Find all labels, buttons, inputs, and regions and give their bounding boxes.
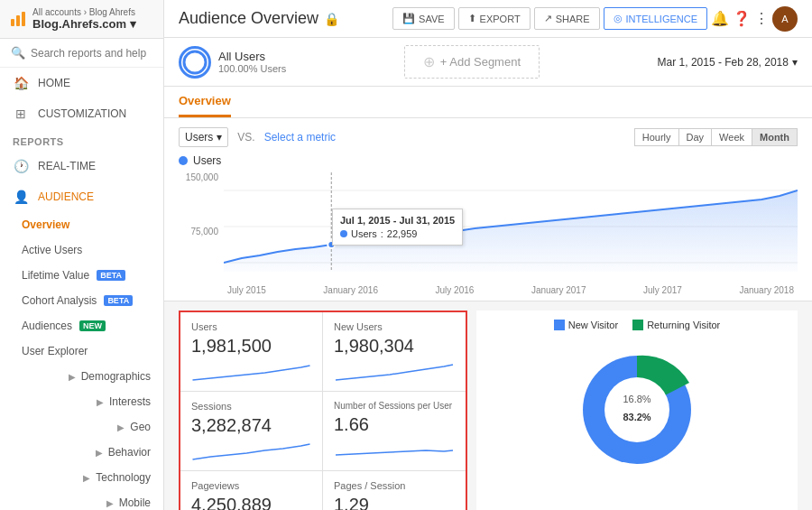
users-legend-dot — [179, 156, 188, 165]
chart-container: 150,000 75,000 — [179, 172, 798, 295]
stat-value-pageviews: 4,250,889 — [191, 495, 311, 510]
site-title[interactable]: Blog.Ahrefs.com ▾ — [32, 17, 136, 31]
sidebar-subitem-lifetime-value[interactable]: Lifetime Value BETA — [0, 263, 163, 288]
clock-icon: 🕐 — [13, 159, 29, 173]
help-icon[interactable]: ❓ — [733, 10, 751, 27]
share-label: SHARE — [556, 14, 590, 24]
chart-svg — [224, 172, 798, 281]
export-button[interactable]: ⬆ EXPORT — [458, 7, 531, 30]
stat-value-sessions-per-user: 1.66 — [334, 414, 455, 435]
metric-label: Users — [185, 131, 213, 144]
date-range-text: Mar 1, 2015 - Feb 28, 2018 — [658, 56, 789, 69]
topbar-left: Audience Overview 🔒 — [179, 9, 339, 28]
sidebar-subitem-geo[interactable]: ▶ Geo — [0, 414, 163, 440]
donut-legend: New Visitor Returning Visitor — [554, 320, 721, 330]
sidebar-subitem-active-users[interactable]: Active Users — [0, 237, 163, 263]
stats-cards: Users 1,981,500 New Users 1,980,304 — [179, 311, 467, 510]
active-users-label: Active Users — [22, 244, 82, 256]
beta-badge-cohort: BETA — [104, 295, 133, 306]
segment-left: All Users 100.00% Users — [179, 46, 286, 79]
segment-name: All Users — [218, 50, 286, 63]
sidebar-subitem-mobile[interactable]: ▶ Mobile — [0, 490, 163, 510]
select-metric-link[interactable]: Select a metric — [264, 131, 336, 144]
add-segment-icon: ⊕ — [423, 53, 435, 70]
svg-text:16.8%: 16.8% — [623, 394, 651, 404]
tab-overview[interactable]: Overview — [179, 87, 231, 117]
new-visitor-label: New Visitor — [568, 320, 618, 330]
stat-value-sessions: 3,282,874 — [191, 415, 311, 436]
search-input[interactable] — [31, 47, 152, 60]
x-label-1: January 2016 — [323, 285, 378, 295]
metric-select[interactable]: Users ▾ — [179, 127, 228, 147]
stat-card-new-users: New Users 1,980,304 — [323, 312, 466, 392]
tabs-bar: Overview — [164, 87, 812, 118]
export-icon: ⬆ — [468, 13, 476, 24]
vs-label: VS. — [237, 131, 254, 144]
time-btn-hourly[interactable]: Hourly — [634, 128, 679, 146]
mobile-label: Mobile — [119, 496, 151, 509]
geo-label: Geo — [130, 421, 151, 433]
time-btn-day[interactable]: Day — [678, 128, 713, 146]
x-label-2: July 2016 — [436, 285, 475, 295]
sidebar-subitem-overview[interactable]: Overview — [0, 212, 163, 237]
sidebar-subitem-technology[interactable]: ▶ Technology — [0, 465, 163, 490]
sidebar-item-audience[interactable]: 👤 AUDIENCE — [0, 181, 163, 212]
home-icon: 🏠 — [13, 76, 29, 90]
sidebar-item-customization[interactable]: ⊞ CUSTOMIZATION — [0, 98, 163, 129]
customization-icon: ⊞ — [13, 107, 29, 121]
date-range[interactable]: Mar 1, 2015 - Feb 28, 2018 ▾ — [658, 56, 798, 69]
stat-value-users: 1,981,500 — [191, 336, 311, 357]
time-btn-week[interactable]: Week — [711, 128, 752, 146]
add-segment-button[interactable]: ⊕ + Add Segment — [404, 45, 540, 79]
intelligence-button[interactable]: ◎ INTELLIGENCE — [604, 7, 707, 30]
sidebar-item-home[interactable]: 🏠 HOME — [0, 68, 163, 98]
share-button[interactable]: ↗ SHARE — [534, 7, 600, 30]
sparkline-new-users — [334, 360, 455, 385]
save-icon: 💾 — [402, 13, 415, 24]
behavior-label: Behavior — [108, 446, 151, 459]
logo-bar-1 — [11, 19, 14, 26]
sidebar-subitem-behavior[interactable]: ▶ Behavior — [0, 440, 163, 465]
stat-label-users: Users — [191, 321, 311, 332]
chevron-right-icon-geo: ▶ — [117, 422, 125, 432]
legend-returning-visitor: Returning Visitor — [632, 320, 720, 330]
logo-icon — [11, 12, 25, 26]
bell-icon[interactable]: 🔔 — [711, 10, 729, 27]
dropdown-icon: ▾ — [130, 17, 136, 31]
main-content: Audience Overview 🔒 💾 SAVE ⬆ EXPORT ↗ SH… — [164, 0, 812, 510]
segment-circle — [179, 46, 211, 79]
sparkline-sessions — [191, 440, 311, 465]
sidebar-item-realtime[interactable]: 🕐 REAL-TIME — [0, 151, 163, 181]
stat-card-pageviews: Pageviews 4,250,889 — [180, 471, 323, 510]
sidebar-subitem-demographics[interactable]: ▶ Demographics — [0, 364, 163, 389]
avatar[interactable]: A — [772, 6, 798, 32]
logo — [11, 12, 25, 26]
date-range-dropdown-icon: ▾ — [792, 56, 798, 69]
page-title-text: Audience Overview — [179, 9, 318, 28]
new-visitor-swatch — [554, 320, 565, 330]
sidebar-subitem-audiences[interactable]: Audiences NEW — [0, 313, 163, 338]
reports-section-label: Reports — [0, 129, 163, 151]
home-label: HOME — [38, 77, 70, 89]
users-legend-label: Users — [193, 154, 221, 167]
search-bar[interactable]: 🔍 — [0, 39, 163, 68]
sidebar-subitem-cohort[interactable]: Cohort Analysis BETA — [0, 288, 163, 313]
chart-legend: Users — [179, 154, 798, 167]
stat-label-pageviews: Pageviews — [191, 480, 311, 491]
svg-point-7 — [604, 377, 669, 442]
x-label-4: July 2017 — [643, 285, 682, 295]
bottom-section: Users 1,981,500 New Users 1,980,304 — [164, 301, 812, 510]
more-icon[interactable]: ⋮ — [754, 10, 769, 27]
audiences-label: Audiences — [22, 320, 72, 332]
save-button[interactable]: 💾 SAVE — [392, 7, 455, 30]
sidebar-subitem-user-explorer[interactable]: User Explorer — [0, 338, 163, 364]
chart-controls: Users ▾ VS. Select a metric Hourly Day W… — [179, 127, 798, 147]
add-segment-label: + Add Segment — [440, 55, 521, 69]
overview-label: Overview — [22, 218, 69, 231]
legend-new-visitor: New Visitor — [554, 320, 618, 330]
svg-point-5 — [328, 241, 335, 248]
chevron-right-icon-behavior: ▶ — [96, 448, 103, 458]
share-icon: ↗ — [544, 13, 552, 24]
time-btn-month[interactable]: Month — [752, 128, 798, 146]
sidebar-subitem-interests[interactable]: ▶ Interests — [0, 389, 163, 414]
